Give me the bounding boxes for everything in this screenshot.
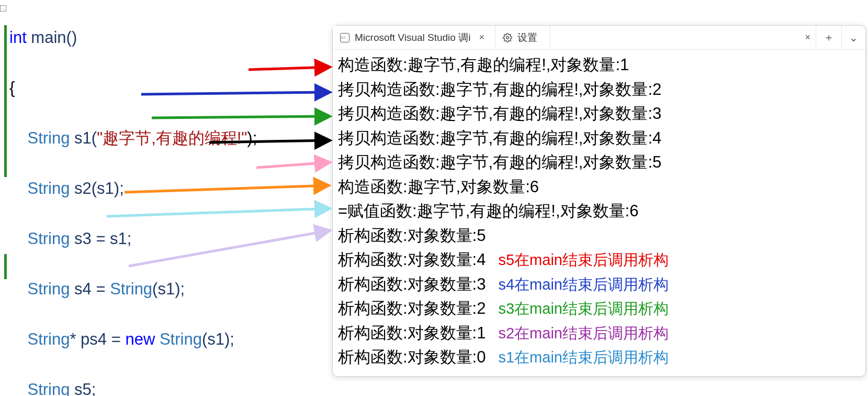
annotation: s2在main结束后调用析构 (498, 325, 669, 342)
console-line: =赋值函数:趣字节,有趣的编程!,对象数量:6 (338, 199, 860, 224)
console-line: 拷贝构造函数:趣字节,有趣的编程!,对象数量:3 (338, 102, 860, 126)
svg-point-0 (506, 36, 509, 39)
annotation: s5在main结束后调用析构 (498, 251, 669, 268)
tab-dropdown-button[interactable]: ⌄ (841, 26, 865, 49)
tab-label: 设置 (517, 31, 537, 45)
code-line: String* ps4 = new String(s1); (9, 327, 335, 352)
console-line: 析构函数:对象数量:2s3在main结束后调用析构 (338, 296, 860, 321)
tab-debug-console[interactable]: Microsoft Visual Studio 调i × (333, 26, 495, 49)
code-line: { (9, 75, 335, 101)
tab-settings[interactable]: 设置 (495, 26, 550, 49)
code-line: String s1("趣字节,有趣的编程!"); (9, 126, 335, 151)
console-line: 拷贝构造函数:趣字节,有趣的编程!,对象数量:2 (338, 78, 860, 102)
console-line: 析构函数:对象数量:0s1在main结束后调用析构 (338, 345, 860, 370)
code-line: String s4 = String(s1); (9, 277, 335, 302)
console-line: 构造函数:趣字节,有趣的编程!,对象数量:1 (338, 53, 860, 78)
console-line: 析构函数:对象数量:3s4在main结束后调用析构 (338, 272, 860, 297)
console-output: 构造函数:趣字节,有趣的编程!,对象数量:1 拷贝构造函数:趣字节,有趣的编程!… (333, 50, 865, 376)
source-code-pane: int main() { String s1("趣字节,有趣的编程!"); St… (0, 0, 335, 396)
code-line: String s2(s1); (9, 176, 335, 201)
console-line: 析构函数:对象数量:4s5在main结束后调用析构 (338, 248, 860, 272)
console-line: 析构函数:对象数量:5 (338, 224, 860, 248)
close-icon[interactable]: × (802, 32, 814, 43)
window-tabbar: Microsoft Visual Studio 调i × 设置 × ＋ ⌄ (333, 26, 865, 50)
gear-icon (503, 33, 512, 42)
annotation: s4在main结束后调用析构 (498, 276, 669, 293)
new-tab-button[interactable]: ＋ (816, 26, 841, 49)
code-line: String s5; (9, 377, 335, 396)
console-line: 构造函数:趣字节,对象数量:6 (338, 175, 860, 200)
tab-label: Microsoft Visual Studio 调i (355, 31, 470, 45)
annotation: s1在main结束后调用析构 (498, 349, 669, 366)
console-line: 拷贝构造函数:趣字节,有趣的编程!,对象数量:5 (338, 150, 860, 175)
code-line: String s3 = s1; (9, 226, 335, 251)
annotation: s3在main结束后调用析构 (498, 300, 669, 317)
code-line: int main() (9, 25, 335, 50)
close-icon[interactable]: × (476, 32, 488, 43)
debug-console-window: Microsoft Visual Studio 调i × 设置 × ＋ ⌄ 构造… (332, 25, 866, 377)
console-line: 拷贝构造函数:趣字节,有趣的编程!,对象数量:4 (338, 126, 860, 151)
terminal-icon (340, 33, 350, 42)
console-line: 析构函数:对象数量:1s2在main结束后调用析构 (338, 321, 860, 346)
